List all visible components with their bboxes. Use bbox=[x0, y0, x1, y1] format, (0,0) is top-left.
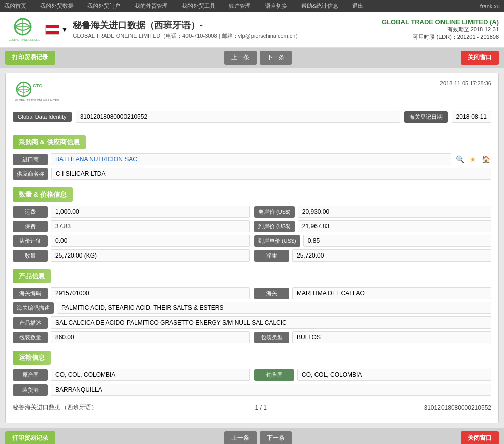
bottom-next-button[interactable]: 下一条 bbox=[260, 431, 292, 444]
supplier-row: 供应商名称 C I SILICAR LTDA bbox=[13, 168, 491, 180]
importer-row: 进口商 BATTILANA NUTRICION SAC 🔍 ★ 🏠 bbox=[13, 153, 491, 165]
peru-flag-icon bbox=[45, 25, 59, 35]
port-row: 装货港 BARRANQUILLA bbox=[13, 384, 491, 396]
supplier-label: 供应商名称 bbox=[13, 168, 48, 180]
ad-valorem-value: 0.00 bbox=[51, 235, 250, 247]
search-icon[interactable]: 🔍 bbox=[454, 154, 465, 165]
customs-port-value: MARITIMA DEL CALLAO bbox=[292, 287, 491, 299]
icon-group: 🔍 ★ 🏠 bbox=[454, 154, 491, 165]
freight-row: 运费 1,000.00 bbox=[13, 206, 250, 218]
package-grid: 包装数量 860.00 包装类型 BULTOS bbox=[13, 331, 491, 346]
ad-valorem-label: 从价计征 bbox=[13, 235, 48, 247]
nav-manage[interactable]: 我的外贸管理 bbox=[135, 2, 168, 10]
net-weight-row: 净重 25,720.00 bbox=[254, 249, 491, 262]
fob-row: 离岸价 (US$) 20,930.00 bbox=[254, 206, 491, 218]
home-icon[interactable]: 🏠 bbox=[480, 154, 491, 165]
print-button[interactable]: 打印贸易记录 bbox=[5, 51, 55, 65]
nav-account[interactable]: 账户管理 bbox=[229, 2, 251, 10]
nav-data[interactable]: 我的外贸数据 bbox=[40, 2, 74, 10]
net-weight-value: 25,720.00 bbox=[292, 249, 491, 262]
header-right: GLOBAL TRADE ONLINE LIMITED (A) 有效期至 201… bbox=[382, 18, 499, 41]
bottom-toolbar-left: 打印贸易记录 bbox=[5, 431, 55, 444]
quantity-label: 数量 bbox=[13, 250, 48, 262]
bottom-toolbar-nav: 上一条 下一条 bbox=[224, 431, 292, 444]
flag-box: ▼ bbox=[45, 25, 68, 35]
svg-text:GLOBAL TRADE ONLINE LIMITED: GLOBAL TRADE ONLINE LIMITED bbox=[9, 38, 40, 41]
prev-button[interactable]: 上一条 bbox=[224, 51, 257, 65]
freight-label: 运费 bbox=[13, 206, 48, 218]
svg-text:GLOBAL TRADE ONLINE LIMITED: GLOBAL TRADE ONLINE LIMITED bbox=[15, 99, 59, 102]
star-icon[interactable]: ★ bbox=[467, 154, 478, 165]
page-info: 1 / 1 bbox=[255, 404, 267, 411]
pkg-qty-value: 860.00 bbox=[51, 331, 250, 343]
bottom-toolbar: 打印贸易记录 上一条 下一条 关闭窗口 bbox=[0, 428, 504, 444]
origin-row: 原产国 CO, COL, COLOMBIA bbox=[13, 369, 250, 381]
importer-value[interactable]: BATTILANA NUTRICION SAC bbox=[51, 153, 451, 165]
toolbar-nav: 上一条 下一条 bbox=[224, 51, 292, 65]
customs-date-label: 海关登记日期 bbox=[404, 111, 448, 123]
sales-country-label: 销售国 bbox=[254, 369, 294, 381]
product-section-header: 产品信息 bbox=[13, 269, 51, 283]
header-left: GLOBAL TRADE ONLINE LIMITED ▼ 秘鲁海关进口数据（西… bbox=[5, 16, 301, 43]
cif-unit-value: 0.85 bbox=[303, 235, 491, 247]
insurance-label: 保费 bbox=[13, 221, 48, 232]
nav-home[interactable]: 我的首页 bbox=[4, 2, 26, 10]
transport-grid: 原产国 CO, COL, COLOMBIA 销售国 CO, COL, COLOM… bbox=[13, 369, 491, 384]
insurance-row: 保费 37.83 bbox=[13, 220, 250, 232]
header: GLOBAL TRADE ONLINE LIMITED ▼ 秘鲁海关进口数据（西… bbox=[0, 12, 504, 48]
nav-portal[interactable]: 我的外贸门户 bbox=[87, 2, 120, 10]
net-weight-label: 净重 bbox=[254, 250, 289, 262]
hs-code-value: 2915701000 bbox=[51, 287, 250, 299]
hs-code-label: 海关编码 bbox=[13, 288, 48, 299]
origin-label: 原产国 bbox=[13, 369, 48, 381]
nav-tools[interactable]: 我的外贸工具 bbox=[182, 2, 215, 10]
nav-sep6: - bbox=[257, 2, 259, 10]
top-nav: 我的首页 - 我的外贸数据 - 我的外贸门户 - 我的外贸管理 - 我的外贸工具… bbox=[0, 0, 504, 12]
customs-date-value: 2018-08-11 bbox=[452, 111, 491, 123]
pkg-type-label: 包装类型 bbox=[254, 332, 289, 343]
nav-sep2: - bbox=[80, 2, 82, 10]
ldr-info: 可用时段 (LDR)：201201 - 201808 bbox=[382, 33, 499, 41]
product-top-grid: 海关编码 2915701000 海关 MARITIMA DEL CALLAO bbox=[13, 287, 491, 302]
cif-unit-label: 到岸单价 (US$) bbox=[254, 235, 300, 247]
nav-logout[interactable]: 退出 bbox=[352, 2, 363, 10]
next-button[interactable]: 下一条 bbox=[260, 51, 292, 65]
pkg-qty-row: 包装数量 860.00 bbox=[13, 331, 250, 343]
cif-label: 到岸价 (US$) bbox=[254, 221, 295, 232]
hs-desc-row: 海关编码描述 PALMITIC ACID, STEARIC ACID, THEI… bbox=[13, 302, 491, 314]
nav-help[interactable]: 帮助&统计信息 bbox=[301, 2, 338, 10]
record-title: 秘鲁海关进口数据（西班牙语） bbox=[13, 403, 97, 412]
transport-section-header: 运输信息 bbox=[13, 351, 51, 365]
flag-dropdown-icon[interactable]: ▼ bbox=[61, 26, 68, 33]
header-title-group: 秘鲁海关进口数据（西班牙语）- GLOBAL TRADE ONLINE LIMI… bbox=[73, 19, 301, 40]
customs-port-row: 海关 MARITIMA DEL CALLAO bbox=[254, 287, 491, 299]
main-content: GTC GLOBAL TRADE ONLINE LIMITED 2018-11-… bbox=[0, 68, 504, 428]
bottom-prev-button[interactable]: 上一条 bbox=[224, 431, 257, 444]
pkg-type-row: 包装类型 BULTOS bbox=[254, 331, 491, 343]
hs-desc-label: 海关编码描述 bbox=[13, 302, 54, 314]
identity-row: Global Data Identity 3101201808000021055… bbox=[13, 109, 491, 125]
pkg-type-value: BULTOS bbox=[292, 331, 491, 343]
sales-country-row: 销售国 CO, COL, COLOMBIA bbox=[254, 369, 491, 381]
hs-code-row: 海关编码 2915701000 bbox=[13, 287, 250, 299]
bottom-print-button[interactable]: 打印贸易记录 bbox=[5, 431, 55, 444]
nav-lang[interactable]: 语言切换 bbox=[265, 2, 287, 10]
user-info: frank.xu bbox=[480, 3, 500, 9]
nav-sep7: - bbox=[293, 2, 295, 10]
toolbar-right: 关闭窗口 bbox=[461, 51, 499, 65]
card-header: GTC GLOBAL TRADE ONLINE LIMITED 2018-11-… bbox=[13, 80, 491, 103]
bottom-toolbar-right: 关闭窗口 bbox=[461, 431, 499, 444]
bottom-close-button[interactable]: 关闭窗口 bbox=[461, 431, 499, 444]
nav-items: 我的首页 - 我的外贸数据 - 我的外贸门户 - 我的外贸管理 - 我的外贸工具… bbox=[4, 2, 363, 10]
freight-value: 1,000.00 bbox=[51, 206, 250, 218]
page-subtitle: GLOBAL TRADE ONLINE LIMITED（电话：400-710-3… bbox=[73, 32, 301, 40]
gto-logo-icon: GLOBAL TRADE ONLINE LIMITED bbox=[5, 16, 40, 43]
record-card: GTC GLOBAL TRADE ONLINE LIMITED 2018-11-… bbox=[5, 73, 499, 423]
nav-sep4: - bbox=[174, 2, 176, 10]
nav-sep3: - bbox=[127, 2, 129, 10]
card-logo-icon: GTC GLOBAL TRADE ONLINE LIMITED bbox=[13, 80, 68, 103]
close-button[interactable]: 关闭窗口 bbox=[461, 51, 499, 65]
supplier-value: C I SILICAR LTDA bbox=[51, 168, 491, 180]
record-id: 31012018080000210552 bbox=[424, 404, 491, 411]
cif-unit-row: 到岸单价 (US$) 0.85 bbox=[254, 235, 491, 247]
